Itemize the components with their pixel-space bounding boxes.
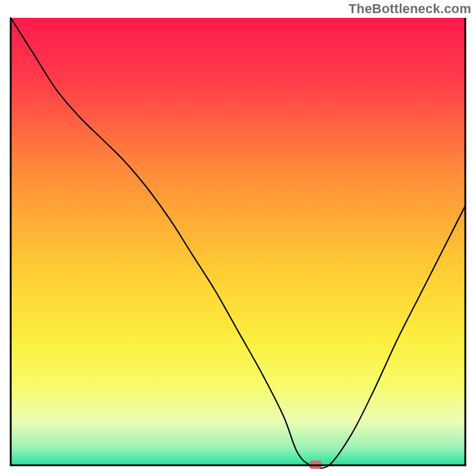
chart-svg [0, 0, 476, 476]
bottleneck-chart: TheBottleneck.com [0, 0, 476, 476]
plot-background [11, 18, 465, 465]
watermark-text: TheBottleneck.com [349, 1, 471, 17]
